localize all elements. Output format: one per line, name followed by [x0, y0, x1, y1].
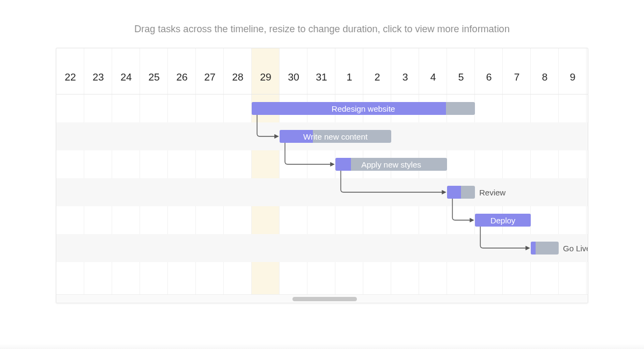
- gantt-chart[interactable]: 22232425262728293031123456789 Redesign w…: [56, 48, 588, 303]
- task-label: Go Live: [559, 242, 588, 255]
- horizontal-scrollbar[interactable]: [56, 294, 588, 303]
- instruction-caption: Drag tasks across the timeline, resize t…: [0, 0, 644, 48]
- scrollbar-thumb[interactable]: [292, 297, 357, 301]
- page-floor-shadow: [0, 344, 644, 349]
- task-bar-golive[interactable]: Go Live: [531, 242, 559, 255]
- task-bar-deploy[interactable]: Deploy: [475, 214, 531, 227]
- task-progress: [252, 102, 446, 115]
- task-bar-content[interactable]: Write new content: [280, 130, 391, 143]
- task-progress: [475, 214, 531, 227]
- task-bar-styles[interactable]: Apply new styles: [335, 158, 447, 171]
- task-remaining: [335, 158, 447, 171]
- task-label: Review: [475, 186, 506, 199]
- task-bar-review[interactable]: Review: [447, 186, 475, 199]
- gantt-bars: Redesign websiteWrite new contentApply n…: [56, 94, 588, 294]
- task-progress: [531, 242, 536, 255]
- task-progress: [280, 130, 313, 143]
- task-progress: [335, 158, 351, 171]
- task-bar-redesign[interactable]: Redesign website: [252, 102, 475, 115]
- task-progress: [447, 186, 461, 199]
